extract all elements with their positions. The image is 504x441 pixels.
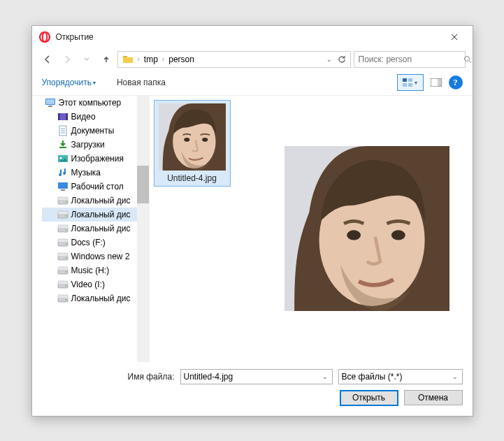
forward-button[interactable] xyxy=(59,51,75,68)
new-folder-button[interactable]: Новая папка xyxy=(117,78,166,87)
filename-label: Имя файла: xyxy=(128,372,175,382)
tree-item[interactable]: Документы xyxy=(42,124,149,138)
drive-icon xyxy=(57,265,69,276)
chevron-down-icon: ▾ xyxy=(415,80,417,86)
tree-item[interactable]: Локальный дис xyxy=(42,291,149,305)
file-thumbnail xyxy=(159,103,226,171)
svg-point-24 xyxy=(464,56,469,61)
chevron-down-icon: ▾ xyxy=(93,80,96,86)
drive-icon xyxy=(57,209,69,220)
help-button[interactable]: ? xyxy=(449,75,463,89)
tree-item[interactable]: Музыка xyxy=(42,166,149,180)
tree-item[interactable]: Windows new 2 xyxy=(42,250,149,263)
tree-label: Загрузки xyxy=(71,140,105,150)
tree-label: Документы xyxy=(71,126,115,136)
tree-item[interactable]: Music (H:) xyxy=(42,263,149,277)
tree-item[interactable]: Видео xyxy=(42,110,149,124)
video-icon xyxy=(57,111,69,122)
filename-value: Untitled-4.jpg xyxy=(184,372,321,382)
svg-rect-28 xyxy=(408,83,412,87)
tree-label: Этот компьютер xyxy=(59,98,122,108)
nav-tree: Этот компьютерВидеоДокументыЗагрузкиИзоб… xyxy=(42,96,150,362)
preview-pane-button[interactable] xyxy=(428,74,445,91)
file-name: Untitled-4.jpg xyxy=(157,173,227,183)
open-label: Открыть xyxy=(352,393,385,403)
images-icon xyxy=(57,153,69,164)
filter-value: Все файлы (*.*) xyxy=(342,372,451,382)
back-button[interactable] xyxy=(39,51,56,68)
tree-item[interactable]: Docs (F:) xyxy=(42,236,149,250)
breadcrumb-item[interactable]: tmp xyxy=(141,55,161,64)
thumbnails-icon xyxy=(403,78,412,87)
tree-label: Музыка xyxy=(71,168,101,178)
download-icon xyxy=(57,139,69,150)
search-input[interactable] xyxy=(359,55,463,64)
drive-icon xyxy=(57,223,69,234)
preview-pane xyxy=(261,96,473,362)
address-bar[interactable]: › tmp › person ⌄ xyxy=(117,51,351,68)
music-icon xyxy=(57,167,69,178)
tree-label: Видео xyxy=(71,112,96,122)
tree-scroll-thumb[interactable] xyxy=(137,166,149,203)
tree-item[interactable]: Локальный дис xyxy=(42,222,149,236)
filter-combo[interactable]: Все файлы (*.*) ⌄ xyxy=(338,369,463,384)
svg-point-22 xyxy=(40,32,50,42)
tree-item[interactable]: Загрузки xyxy=(42,138,149,152)
close-button[interactable] xyxy=(440,27,468,47)
refresh-icon[interactable] xyxy=(338,55,346,64)
preview-image xyxy=(285,146,449,311)
tree-item[interactable]: Video (I:) xyxy=(42,277,149,291)
chevron-down-icon: ⌄ xyxy=(451,373,459,380)
chevron-right-icon: › xyxy=(161,55,166,63)
folder-icon xyxy=(122,54,134,65)
toolbar: Упорядочить ▾ Новая папка ▾ ? xyxy=(32,71,473,96)
svg-rect-30 xyxy=(438,78,442,87)
tree-label: Локальный дис xyxy=(71,210,131,219)
recent-dropdown[interactable] xyxy=(78,51,95,68)
organize-menu[interactable]: Упорядочить ▾ xyxy=(42,78,96,87)
svg-point-23 xyxy=(42,32,46,42)
computer-icon xyxy=(45,97,56,108)
tree-label: Локальный дис xyxy=(71,196,131,205)
tree-item[interactable]: Локальный дис xyxy=(42,194,149,208)
cancel-button[interactable]: Отмена xyxy=(404,390,463,405)
view-mode-button[interactable]: ▾ xyxy=(397,74,424,91)
drive-icon xyxy=(57,293,69,304)
drive-icon xyxy=(57,279,69,290)
tree-root[interactable]: Этот компьютер xyxy=(42,96,149,110)
tree-scrollbar[interactable] xyxy=(137,96,149,362)
file-area: Untitled-4.jpg xyxy=(150,96,473,362)
svg-rect-26 xyxy=(408,78,412,82)
cancel-label: Отмена xyxy=(418,393,448,403)
pane-icon xyxy=(431,78,442,87)
search-icon[interactable] xyxy=(463,55,472,64)
tree-label: Рабочий стол xyxy=(71,182,124,191)
svg-rect-25 xyxy=(403,78,407,82)
tree-item[interactable]: Изображения xyxy=(42,152,149,166)
breadcrumb-item[interactable]: person xyxy=(166,55,197,64)
tree-label: Docs (F:) xyxy=(71,238,106,247)
filename-combo[interactable]: Untitled-4.jpg ⌄ xyxy=(180,369,333,384)
app-icon xyxy=(39,31,50,43)
window-title: Открытие xyxy=(56,32,440,42)
tree-label: Music (H:) xyxy=(71,266,110,275)
tree-label: Локальный дис xyxy=(71,224,131,233)
main-area: Этот компьютерВидеоДокументыЗагрузкиИзоб… xyxy=(32,96,473,362)
chevron-down-icon: ⌄ xyxy=(321,373,329,380)
tree-item[interactable]: Рабочий стол xyxy=(42,180,149,194)
up-button[interactable] xyxy=(98,51,115,68)
tree-label: Изображения xyxy=(71,154,124,164)
tree-item[interactable]: Локальный дис xyxy=(42,208,149,222)
open-button[interactable]: Открыть xyxy=(340,390,398,406)
nav-row: › tmp › person ⌄ xyxy=(32,48,473,71)
search-box[interactable] xyxy=(354,51,466,68)
file-item[interactable]: Untitled-4.jpg xyxy=(154,100,231,187)
drive-icon xyxy=(57,237,69,248)
file-list[interactable]: Untitled-4.jpg xyxy=(150,96,261,362)
titlebar: Открытие xyxy=(32,26,473,48)
tree-label: Локальный дис xyxy=(71,294,131,303)
tree-label: Windows new 2 xyxy=(71,252,130,261)
chevron-down-icon[interactable]: ⌄ xyxy=(326,56,332,63)
desktop-icon xyxy=(57,181,69,192)
tree-label: Video (I:) xyxy=(71,280,105,289)
